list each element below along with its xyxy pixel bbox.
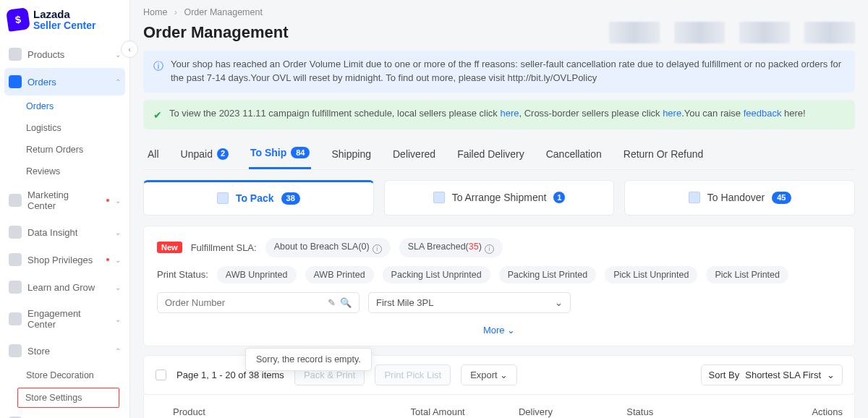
sort-by-label: Sort By [709, 370, 740, 380]
blurred-box [739, 22, 790, 43]
sidebar-collapse-button[interactable]: ‹ [121, 40, 138, 58]
select-all-checkbox[interactable] [156, 370, 166, 380]
tab-return-refund[interactable]: Return Or Refund [622, 142, 705, 169]
edit-icon[interactable]: ✎ [328, 297, 336, 308]
info-icon: i [485, 244, 494, 254]
sidebar-sub-store-decoration[interactable]: Store Decoration [0, 364, 129, 386]
col-status: Status [626, 406, 734, 417]
blurred-box [609, 22, 660, 43]
crumb-order-management: Order Management [184, 7, 262, 17]
seg-to-handover[interactable]: To Handover45 [624, 180, 855, 215]
insight-icon [9, 226, 22, 239]
ship-substage-row: To Pack38 To Arrange Shipment1 To Handov… [143, 180, 855, 215]
link-crossborder-here[interactable]: here [663, 108, 681, 119]
alert-dot-icon [106, 258, 109, 261]
badge-to-ship: 84 [291, 147, 310, 158]
order-number-input[interactable]: ✎ 🔍 [157, 292, 359, 313]
learn-icon [9, 281, 22, 294]
search-icon[interactable]: 🔍 [340, 297, 352, 308]
privileges-icon [9, 253, 22, 266]
store-icon [9, 344, 22, 357]
chip-awb-printed[interactable]: AWB Printed [305, 266, 374, 283]
badge-handover: 45 [772, 192, 791, 203]
fulfillment-sla-label: Fulfillment SLA: [191, 242, 257, 253]
sidebar-item-orders[interactable]: Orders⌃ [4, 68, 125, 95]
sidebar-sub-orders[interactable]: Orders [0, 95, 129, 117]
alert-ovl: ⓘ Your shop has reached an Order Volume … [143, 51, 855, 93]
chip-picklist-unprinted[interactable]: Pick List Unprinted [605, 266, 697, 283]
table-header: Product Total Amount Delivery Status Act… [143, 395, 855, 418]
sidebar-item-finance[interactable]: Finance⌄ [0, 409, 129, 418]
first-mile-select[interactable]: First Mile 3PL⌄ [368, 292, 571, 313]
seg-arrange-shipment[interactable]: To Arrange Shipment1 [384, 180, 615, 215]
alert-ovl-text: Your shop has reached an Order Volume Li… [171, 58, 845, 85]
main: Home › Order Management Order Management… [130, 0, 868, 418]
col-actions: Actions [735, 406, 843, 417]
sidebar-item-learn[interactable]: Learn and Grow⌄ [0, 273, 129, 301]
check-circle-icon: ✔ [153, 108, 162, 122]
more-filters-toggle[interactable]: More ⌄ [157, 322, 841, 338]
brand-line2: Seller Center [33, 20, 95, 31]
sort-select[interactable]: Sort By Shortest SLA First ⌄ [701, 364, 843, 385]
new-pill: New [157, 242, 182, 253]
chevron-up-icon: ⌃ [115, 347, 121, 355]
orders-icon [9, 75, 22, 88]
breadcrumb: Home › Order Management [143, 7, 855, 17]
sidebar-sub-return-orders[interactable]: Return Orders [0, 139, 129, 161]
tab-shipping[interactable]: Shipping [330, 142, 373, 169]
header-metrics-blurred [609, 22, 855, 43]
seg-to-pack[interactable]: To Pack38 [143, 180, 374, 215]
blurred-box [674, 22, 725, 43]
col-delivery: Delivery [519, 406, 626, 417]
badge-to-pack: 38 [281, 192, 300, 204]
chevron-down-icon: ⌄ [115, 283, 121, 291]
status-tabs: All Unpaid2 To Ship84 Shipping Delivered… [143, 137, 855, 170]
alert-dot-icon [106, 199, 109, 202]
chip-picklist-printed[interactable]: Pick List Printed [706, 266, 788, 283]
empty-popover: Sorry, the record is empty. [245, 348, 372, 371]
page-count-text: Page 1, 1 - 20 of 38 items [176, 370, 284, 380]
chevron-down-icon: ⌄ [507, 325, 515, 336]
sidebar-sub-reviews[interactable]: Reviews [0, 161, 129, 182]
pack-icon [217, 192, 229, 204]
products-icon [9, 48, 22, 61]
sidebar-item-products[interactable]: Products⌄ [0, 40, 129, 68]
order-number-field[interactable] [165, 297, 323, 308]
tab-unpaid[interactable]: Unpaid2 [179, 142, 230, 169]
filters-panel: New Fulfillment SLA: About to Breach SLA… [143, 226, 855, 346]
col-total: Total Amount [411, 406, 519, 417]
crumb-home[interactable]: Home [143, 7, 167, 17]
chip-packinglist-unprinted[interactable]: Packing List Unprinted [383, 266, 490, 283]
chevron-down-icon: ⌄ [115, 256, 121, 264]
badge-arrange: 1 [553, 192, 565, 203]
tab-cancellation[interactable]: Cancellation [545, 142, 603, 169]
export-button[interactable]: Export ⌄ [461, 364, 517, 385]
tab-failed-delivery[interactable]: Failed Delivery [456, 142, 526, 169]
engagement-icon [9, 312, 22, 325]
blurred-box [804, 22, 855, 43]
badge-unpaid: 2 [217, 148, 229, 160]
sidebar-item-shop-privileges[interactable]: Shop Privileges⌄ [0, 246, 129, 273]
brand-logo-icon: $ [6, 7, 30, 32]
sidebar-item-engagement[interactable]: Engagement Center⌄ [0, 301, 129, 337]
brand-line1: Lazada [33, 9, 95, 20]
sidebar-item-data-insight[interactable]: Data Insight⌄ [0, 218, 129, 246]
chip-awb-unprinted[interactable]: AWB Unprinted [217, 266, 297, 283]
chip-packinglist-printed[interactable]: Packing List Printed [499, 266, 596, 283]
info-icon: ⓘ [153, 59, 163, 85]
chip-about-to-breach[interactable]: About to Breach SLA(0)i [265, 238, 391, 257]
handover-icon [689, 192, 700, 203]
tab-all[interactable]: All [146, 142, 161, 169]
sidebar-sub-logistics[interactable]: Logistics [0, 117, 129, 139]
tab-delivered[interactable]: Delivered [391, 142, 437, 169]
sidebar-item-store[interactable]: Store⌃ [0, 337, 129, 364]
tab-to-ship[interactable]: To Ship84 [249, 142, 312, 169]
chevron-down-icon: ⌄ [827, 370, 835, 380]
sidebar-item-marketing[interactable]: Marketing Center⌄ [0, 182, 129, 218]
link-feedback[interactable]: feedback [744, 108, 782, 119]
chip-sla-breached[interactable]: SLA Breached(35)i [399, 238, 503, 257]
chevron-down-icon: ⌄ [115, 51, 121, 59]
chevron-down-icon: ⌄ [500, 370, 508, 380]
link-local-here[interactable]: here [500, 108, 519, 119]
sidebar-sub-store-settings[interactable]: Store Settings [17, 388, 119, 408]
